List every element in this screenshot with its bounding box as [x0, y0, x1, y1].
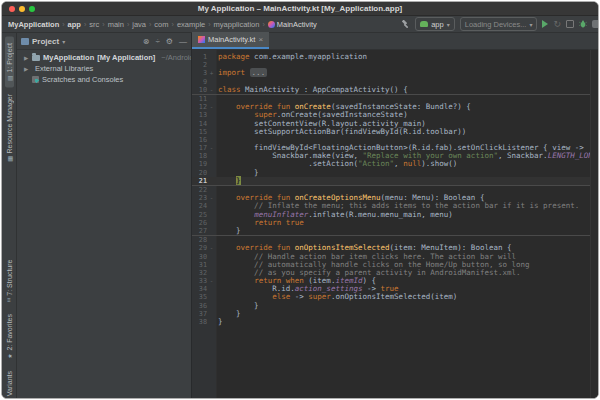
expand-chevron-icon[interactable]: ▶	[23, 66, 29, 72]
fold-marker-icon[interactable]: -	[207, 86, 216, 94]
line-number[interactable]: 26	[192, 219, 207, 227]
kotlin-file-icon	[198, 36, 205, 43]
code-line[interactable]: 20 }	[192, 169, 598, 177]
apply-changes-icon[interactable]: ↻	[553, 20, 561, 29]
editor-scrollbar[interactable]	[590, 50, 598, 398]
breadcrumb-item[interactable]: app	[68, 20, 81, 29]
tool-window-button-resource-manager[interactable]: ▦Resource Manager	[5, 88, 14, 169]
code-token: ,	[394, 159, 403, 168]
line-number[interactable]: 24	[192, 202, 207, 210]
hide-panel-icon[interactable]: —	[179, 37, 187, 46]
line-number[interactable]: 28	[192, 236, 207, 244]
fold-gutter	[207, 177, 216, 185]
fold-marker-icon[interactable]: -	[207, 277, 216, 285]
chevron-down-icon[interactable]: ▾	[62, 38, 65, 45]
fold-marker-icon[interactable]: -	[207, 244, 216, 252]
project-panel-title[interactable]: Project	[32, 37, 59, 46]
code-line[interactable]: 37 }	[192, 310, 598, 318]
profiler-icon-partial[interactable]	[592, 20, 599, 28]
line-number[interactable]: 16	[192, 136, 207, 144]
code-line[interactable]: 38}	[192, 318, 598, 326]
tree-row[interactable]: ▶MyApplication [My Application]~/Android	[17, 52, 191, 63]
breadcrumb-separator: ›	[208, 21, 210, 28]
line-number[interactable]: 27	[192, 227, 207, 235]
breadcrumb-item[interactable]: com	[154, 20, 168, 29]
line-number[interactable]: 13	[192, 111, 207, 119]
device-select[interactable]: Loading Devices... ▾	[460, 17, 538, 31]
line-number[interactable]: 14	[192, 120, 207, 128]
debug-bug-icon[interactable]	[579, 20, 587, 28]
line-number[interactable]: 22	[192, 186, 207, 194]
line-number[interactable]: 36	[192, 302, 207, 310]
close-tab-icon[interactable]: ×	[258, 35, 263, 44]
collapse-all-icon[interactable]: ÷	[155, 37, 159, 46]
fold-gutter	[207, 236, 216, 244]
line-number[interactable]: 25	[192, 211, 207, 219]
breadcrumb-separator: ›	[127, 21, 129, 28]
run-configuration-select[interactable]: app ▾	[415, 17, 455, 31]
line-number[interactable]: 31	[192, 261, 207, 269]
line-number[interactable]: 37	[192, 310, 207, 318]
line-number[interactable]: 9	[192, 78, 207, 86]
line-number[interactable]: 20	[192, 169, 207, 177]
code-line[interactable]: 10-class MainActivity : AppCompatActivit…	[192, 86, 598, 94]
code-line[interactable]: 21 }	[192, 177, 598, 185]
line-number[interactable]: 17	[192, 144, 207, 152]
line-number[interactable]: 34	[192, 285, 207, 293]
fold-marker-icon[interactable]: -	[207, 103, 216, 111]
tree-row[interactable]: ▶External Libraries	[17, 63, 191, 74]
line-number[interactable]: 3	[192, 69, 207, 77]
breadcrumb-item[interactable]: MainActivity	[268, 20, 317, 29]
breadcrumb-item[interactable]: java	[132, 20, 146, 29]
breadcrumb-item[interactable]: main	[108, 20, 124, 29]
fold-marker-icon[interactable]: -	[207, 194, 216, 202]
breadcrumb-item[interactable]: example	[177, 20, 205, 29]
code-line[interactable]: 26 return true	[192, 219, 598, 227]
code-line[interactable]: 3+import ...	[192, 69, 598, 77]
breadcrumb-item[interactable]: src	[89, 20, 99, 29]
locate-file-icon[interactable]: ⊗	[143, 37, 150, 46]
line-number[interactable]: 32	[192, 269, 207, 277]
code-line[interactable]: 36 }	[192, 302, 598, 310]
tool-window-button--favorites[interactable]: ★2: Favorites	[5, 308, 14, 366]
line-number[interactable]: 35	[192, 293, 207, 301]
fold-gutter	[207, 261, 216, 269]
breadcrumb-separator: ›	[62, 21, 64, 28]
tool-window-button--structure[interactable]: ≡7: Structure	[5, 254, 14, 308]
line-number[interactable]: 30	[192, 253, 207, 261]
fold-marker-icon[interactable]: -	[207, 144, 216, 152]
line-number[interactable]: 19	[192, 160, 207, 168]
apply-code-changes-icon[interactable]	[566, 20, 574, 28]
line-number[interactable]: 12	[192, 103, 207, 111]
line-number[interactable]: 18	[192, 152, 207, 160]
gear-icon[interactable]: ⚙	[166, 37, 173, 46]
line-number[interactable]: 33	[192, 277, 207, 285]
tool-window-button--project[interactable]: ▤1: Project	[5, 37, 14, 88]
tree-row[interactable]: Scratches and Consoles	[17, 74, 191, 85]
run-play-icon[interactable]	[542, 20, 548, 28]
tab-mainactivity[interactable]: MainActivity.kt ×	[192, 32, 269, 49]
breadcrumb-item[interactable]: MyApplication	[8, 20, 59, 29]
code-line[interactable]: 27 }	[192, 227, 598, 235]
line-number[interactable]: 1	[192, 53, 207, 61]
line-number[interactable]: 15	[192, 128, 207, 136]
folded-imports-chip[interactable]: ...	[250, 68, 268, 77]
code-line[interactable]: 15 setSupportActionBar(findViewById(R.id…	[192, 128, 598, 136]
line-number[interactable]: 21	[192, 177, 207, 185]
fold-marker-icon[interactable]: +	[207, 69, 216, 77]
line-number[interactable]: 23	[192, 194, 207, 202]
line-number[interactable]: 29	[192, 244, 207, 252]
build-hammer-icon[interactable]	[401, 20, 410, 29]
tool-window-button-build-variants[interactable]: Build Variants	[5, 365, 14, 398]
line-number[interactable]: 10	[192, 86, 207, 94]
code-line[interactable]: 1package com.example.myapplication	[192, 53, 598, 61]
expand-chevron-icon[interactable]: ▶	[23, 55, 29, 61]
line-number[interactable]: 2	[192, 61, 207, 69]
breadcrumb-separator: ›	[149, 21, 151, 28]
line-number[interactable]: 38	[192, 318, 207, 326]
breadcrumb-item[interactable]: myapplication	[214, 20, 260, 29]
code-token: , Snackbar.	[498, 151, 548, 160]
code-editor[interactable]: 1package com.example.myapplication23+imp…	[192, 50, 598, 398]
line-number[interactable]: 11	[192, 95, 207, 103]
fold-gutter	[207, 128, 216, 136]
